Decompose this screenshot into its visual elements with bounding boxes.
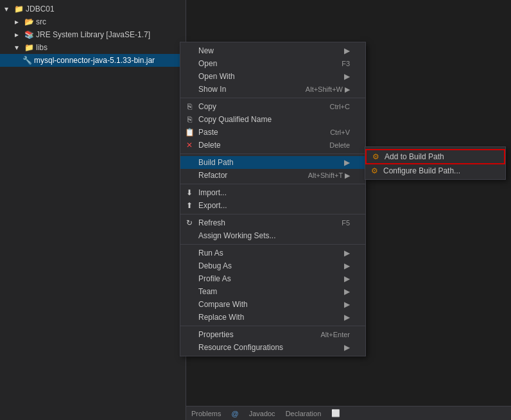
menu-label: Assign Working Sets... (198, 231, 276, 240)
tab-at[interactable]: @ (229, 408, 241, 419)
shortcut-label: Alt+Shift+W ▶ (293, 85, 350, 94)
menu-label: Delete (198, 141, 221, 150)
build-path-icon: ⚙ (370, 152, 381, 162)
menu-label: Open (198, 59, 217, 68)
menu-label: Paste (198, 128, 218, 137)
ide-background: ▾ 📁 JDBC01 ▸ 📂 src ▸ 📚 JRE System Librar… (0, 0, 511, 420)
tree-item-src[interactable]: ▸ 📂 src (0, 15, 186, 28)
tab-declaration[interactable]: Declaration (283, 408, 324, 419)
tree-label: libs (36, 43, 48, 52)
separator-5 (180, 244, 365, 245)
paste-icon: 📋 (184, 127, 195, 137)
arrow-icon: ▶ (344, 287, 350, 296)
tab-extra[interactable]: ⬜ (329, 408, 343, 419)
shortcut-label: F5 (329, 219, 350, 227)
tree-item-jdbc01[interactable]: ▾ 📁 JDBC01 (0, 3, 186, 15)
folder-icon: 📁 (24, 42, 34, 53)
project-icon: 📁 (13, 4, 24, 14)
shortcut-label: Ctrl+V (317, 128, 350, 136)
menu-label: Refresh (198, 218, 225, 227)
menu-item-show-in[interactable]: Show In Alt+Shift+W ▶ (180, 83, 365, 96)
menu-label: Open With (198, 72, 235, 81)
menu-label: Team (198, 287, 217, 296)
tab-javadoc[interactable]: Javadoc (247, 408, 278, 419)
menu-item-copy-qualified[interactable]: ⎘ Copy Qualified Name (180, 113, 365, 126)
src-icon: 📂 (24, 17, 34, 27)
arrow-icon: ▶ (344, 343, 350, 352)
menu-label: Add to Build Path (385, 152, 444, 161)
menu-item-replace-with[interactable]: Replace With ▶ (180, 311, 365, 324)
menu-item-profile-as[interactable]: Profile As ▶ (180, 272, 365, 285)
expand-icon: ▸ (12, 30, 22, 40)
menu-label: Configure Build Path... (383, 166, 460, 175)
separator-6 (180, 326, 365, 326)
menu-label: Replace With (198, 313, 244, 322)
menu-label: Show In (198, 85, 226, 94)
menu-item-copy[interactable]: ⎘ Copy Ctrl+C (180, 100, 365, 113)
menu-item-run-as[interactable]: Run As ▶ (180, 247, 365, 259)
separator-4 (180, 214, 365, 214)
menu-label: Compare With (198, 300, 248, 309)
menu-item-properties[interactable]: Properties Alt+Enter (180, 328, 365, 341)
jar-icon: 🔧 (22, 55, 32, 66)
refresh-icon: ↻ (184, 218, 195, 228)
shortcut-label: Ctrl+C (317, 103, 350, 110)
menu-label: Run As (198, 249, 223, 258)
tree-label: mysql-connector-java-5.1.33-bin.jar (34, 56, 155, 65)
tree-item-jre[interactable]: ▸ 📚 JRE System Library [JavaSE-1.7] (0, 28, 186, 41)
menu-item-delete[interactable]: ✕ Delete Delete (180, 139, 365, 152)
tree-label: src (36, 17, 46, 26)
menu-item-open[interactable]: Open F3 (180, 57, 365, 70)
arrow-icon: ▶ (344, 249, 350, 258)
separator-2 (180, 153, 365, 154)
arrow-icon: ▶ (344, 72, 350, 81)
menu-label: Copy Qualified Name (198, 115, 272, 124)
arrow-icon: ▶ (344, 46, 350, 55)
tree-label: JDBC01 (26, 4, 55, 13)
menu-label: New (198, 46, 214, 55)
project-tree: ▾ 📁 JDBC01 ▸ 📂 src ▸ 📚 JRE System Librar… (0, 0, 186, 420)
menu-label: Refactor (198, 171, 227, 180)
context-menu: New ▶ Open F3 Open With ▶ Show In Alt+Sh… (180, 42, 366, 356)
menu-label: Import... (198, 188, 227, 197)
menu-item-configure-build-path[interactable]: ⚙ Configure Build Path... (365, 164, 505, 177)
menu-label: Properties (198, 330, 234, 339)
menu-item-open-with[interactable]: Open With ▶ (180, 70, 365, 83)
shortcut-label: Delete (316, 141, 350, 149)
menu-label: Copy (198, 102, 216, 111)
menu-item-assign-working-sets[interactable]: Assign Working Sets... (180, 229, 365, 242)
menu-item-refactor[interactable]: Refactor Alt+Shift+T ▶ (180, 169, 365, 182)
menu-item-resource-configurations[interactable]: Resource Configurations ▶ (180, 341, 365, 354)
export-icon: ⬆ (184, 200, 195, 211)
configure-icon: ⚙ (369, 166, 379, 176)
tree-item-mysql-jar[interactable]: 🔧 mysql-connector-java-5.1.33-bin.jar (0, 54, 186, 67)
menu-item-compare-with[interactable]: Compare With ▶ (180, 298, 365, 311)
jre-icon: 📚 (24, 30, 34, 40)
copy-icon: ⎘ (184, 101, 195, 112)
bottom-tab-bar: Problems @ Javadoc Declaration ⬜ (186, 406, 511, 420)
tree-item-libs[interactable]: ▾ 📁 libs (0, 41, 186, 54)
copy-icon: ⎘ (184, 114, 195, 125)
menu-item-new[interactable]: New ▶ (180, 44, 365, 57)
menu-item-refresh[interactable]: ↻ Refresh F5 (180, 216, 365, 229)
tree-label: JRE System Library [JavaSE-1.7] (36, 30, 150, 39)
arrow-icon: ▶ (344, 313, 350, 322)
menu-item-import[interactable]: ⬇ Import... (180, 186, 365, 199)
shortcut-label: Alt+Shift+T ▶ (295, 171, 350, 180)
tab-problems[interactable]: Problems (189, 408, 223, 419)
separator-3 (180, 184, 365, 184)
menu-item-debug-as[interactable]: Debug As ▶ (180, 259, 365, 272)
menu-item-team[interactable]: Team ▶ (180, 285, 365, 298)
menu-item-paste[interactable]: 📋 Paste Ctrl+V (180, 126, 365, 139)
shortcut-label: F3 (329, 60, 350, 67)
delete-icon: ✕ (184, 140, 195, 150)
build-path-submenu: ⚙ Add to Build Path ⚙ Configure Build Pa… (365, 146, 506, 180)
menu-item-export[interactable]: ⬆ Export... (180, 199, 365, 212)
menu-item-add-to-build-path[interactable]: ⚙ Add to Build Path (365, 149, 505, 164)
menu-item-build-path[interactable]: Build Path ▶ (180, 156, 365, 169)
expand-icon: ▸ (12, 17, 22, 27)
menu-label: Build Path (198, 158, 234, 167)
menu-label: Export... (198, 201, 227, 210)
expand-icon: ▾ (1, 4, 12, 14)
arrow-icon: ▶ (344, 261, 350, 270)
